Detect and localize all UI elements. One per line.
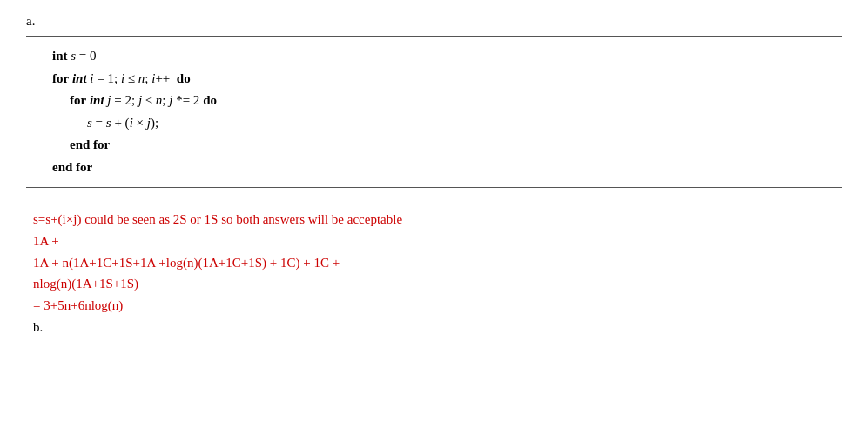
code-block: int s = 0 for int i = 1; i ≤ n; i++ do f… (26, 36, 842, 188)
keyword-endfor-2: end for (52, 160, 92, 174)
code-text-1: s = 0 (71, 49, 96, 63)
part-b-label: b. (33, 320, 842, 335)
answer-line-2: 1A + (33, 231, 842, 252)
code-line-4: s = s + (i × j); (87, 112, 824, 135)
answer-line-4: nlog(n)(1A+1S+1S) (33, 273, 842, 295)
answer-section: s=s+(i×j) could be seen as 2S or 1S so b… (26, 209, 842, 335)
code-text-4b: = s + (i × j); (96, 116, 159, 130)
code-text-3: int j = 2; j ≤ n; j *= 2 do (90, 93, 217, 107)
code-text-4: s (87, 116, 92, 130)
code-line-3: for int j = 2; j ≤ n; j *= 2 do (70, 90, 824, 112)
page: a. int s = 0 for int i = 1; i ≤ n; i++ d… (0, 0, 868, 352)
code-text-2: int i = 1; i ≤ n; i++ do (72, 71, 191, 85)
code-line-2: for int i = 1; i ≤ n; i++ do (52, 68, 824, 90)
answer-line-3: 1A + n(1A+1C+1S+1A +log(n)(1A+1C+1S) + 1… (33, 252, 842, 274)
keyword-for-1: for (52, 71, 69, 85)
keyword-int-1: int (52, 49, 68, 63)
code-line-1: int s = 0 (52, 45, 824, 68)
code-line-6: end for (52, 157, 824, 179)
answer-line-5: = 3+5n+6nlog(n) (33, 295, 842, 317)
keyword-for-2: for (70, 93, 86, 107)
keyword-endfor-1: end for (70, 137, 110, 151)
answer-line-1: s=s+(i×j) could be seen as 2S or 1S so b… (33, 209, 842, 231)
code-line-5: end for (70, 134, 824, 157)
part-a-label: a. (26, 14, 842, 29)
